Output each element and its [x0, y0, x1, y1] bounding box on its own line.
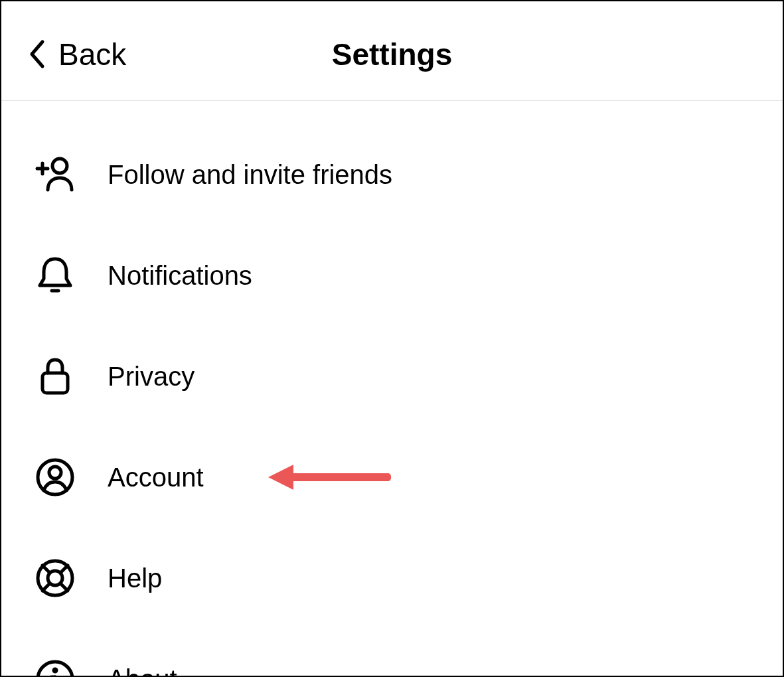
settings-item-label: Notifications — [108, 261, 252, 291]
settings-list: Follow and invite friends Notifications … — [1, 101, 783, 677]
settings-item-label: Follow and invite friends — [108, 160, 392, 190]
svg-point-0 — [52, 159, 67, 173]
account-icon — [35, 457, 76, 498]
settings-item-follow-invite[interactable]: Follow and invite friends — [35, 124, 749, 225]
settings-item-label: Help — [108, 564, 162, 593]
svg-line-12 — [60, 583, 68, 591]
back-label: Back — [58, 37, 126, 72]
lock-icon — [35, 356, 76, 397]
add-person-icon — [35, 154, 76, 195]
bell-icon — [35, 255, 76, 296]
settings-item-help[interactable]: Help — [35, 528, 749, 629]
settings-item-label: Privacy — [108, 362, 195, 392]
svg-point-6 — [49, 467, 61, 479]
page-title: Settings — [332, 37, 452, 72]
settings-item-label: Account — [108, 463, 204, 492]
settings-item-about[interactable]: About — [35, 629, 749, 677]
settings-item-label: About — [108, 664, 177, 678]
back-button[interactable]: Back — [28, 37, 126, 72]
header: Back Settings — [1, 1, 783, 101]
svg-line-10 — [60, 565, 68, 573]
settings-item-account[interactable]: Account — [35, 427, 749, 528]
info-icon — [35, 658, 76, 677]
lifebuoy-icon — [35, 558, 76, 599]
settings-item-privacy[interactable]: Privacy — [35, 326, 749, 427]
svg-point-14 — [54, 669, 56, 672]
svg-rect-4 — [42, 373, 68, 393]
settings-item-notifications[interactable]: Notifications — [35, 225, 749, 326]
svg-line-11 — [42, 583, 50, 591]
svg-line-9 — [42, 565, 50, 573]
annotation-arrow — [268, 463, 391, 491]
chevron-left-icon — [28, 39, 46, 69]
